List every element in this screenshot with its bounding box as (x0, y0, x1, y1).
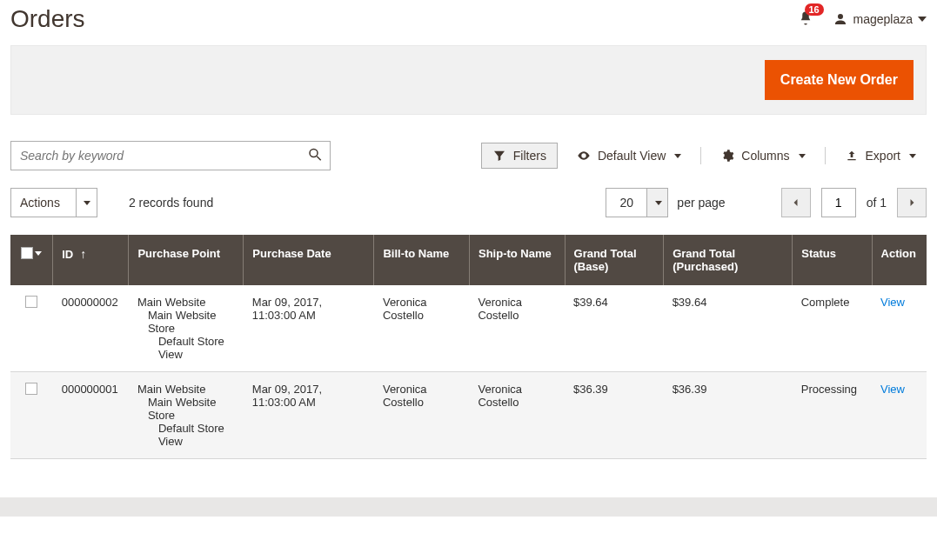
per-page-value[interactable]: 20 (606, 188, 647, 217)
page-of-label: of 1 (867, 196, 887, 210)
eye-icon (577, 149, 591, 163)
cell-status: Complete (793, 285, 872, 372)
view-link[interactable]: View (880, 383, 905, 396)
header-bill-to[interactable]: Bill-to Name (374, 235, 470, 285)
svg-line-1 (317, 157, 321, 161)
cell-id: 000000001 (53, 372, 129, 459)
user-menu[interactable]: mageplaza (833, 11, 927, 27)
prev-page-button[interactable] (781, 188, 811, 217)
gear-icon (720, 149, 734, 163)
cell-ship-to: Veronica Costello (469, 285, 565, 372)
header-purchase-point[interactable]: Purchase Point (129, 235, 244, 285)
header-grand-total-purchased[interactable]: Grand Total (Purchased) (664, 235, 793, 285)
records-found-label: 2 records found (129, 196, 213, 210)
cell-ship-to: Veronica Costello (469, 372, 565, 459)
page-title: Orders (10, 5, 85, 33)
row-checkbox[interactable] (25, 296, 37, 308)
row-checkbox[interactable] (25, 383, 37, 395)
cell-bill-to: Veronica Costello (374, 372, 470, 459)
chevron-down-icon (918, 17, 927, 22)
cell-grand-total-purchased: $36.39 (664, 372, 793, 459)
svg-point-0 (310, 150, 318, 157)
separator (700, 147, 701, 164)
columns-label: Columns (741, 149, 789, 163)
cell-grand-total-base: $39.64 (565, 285, 664, 372)
username-label: mageplaza (853, 12, 914, 26)
view-link[interactable]: View (880, 296, 905, 309)
user-icon (833, 11, 848, 27)
action-bar: Create New Order (10, 45, 927, 115)
per-page-caret[interactable] (647, 188, 668, 217)
cell-grand-total-purchased: $39.64 (664, 285, 793, 372)
chevron-down-icon (909, 154, 916, 158)
page-number-input[interactable] (821, 188, 856, 217)
actions-caret (77, 188, 97, 217)
chevron-right-icon (907, 197, 917, 208)
export-label: Export (866, 149, 900, 163)
header-status[interactable]: Status (793, 235, 872, 285)
notification-count-badge: 16 (805, 3, 824, 16)
header-id-label: ID (62, 248, 73, 261)
cell-purchase-point: Main WebsiteMain Website StoreDefault St… (129, 285, 244, 372)
search-icon[interactable] (307, 147, 323, 165)
next-page-button[interactable] (897, 188, 927, 217)
filters-label: Filters (513, 149, 546, 163)
chevron-down-icon (674, 154, 681, 158)
cell-status: Processing (793, 372, 872, 459)
orders-table: ID↑ Purchase Point Purchase Date Bill-to… (10, 235, 927, 459)
chevron-left-icon (791, 197, 801, 208)
columns-button[interactable]: Columns (710, 143, 815, 168)
chevron-down-icon (799, 154, 806, 158)
header-purchase-date[interactable]: Purchase Date (244, 235, 374, 285)
default-view-label: Default View (598, 149, 666, 163)
footer-bar (0, 497, 937, 517)
export-button[interactable]: Export (834, 143, 927, 168)
separator (825, 147, 826, 164)
actions-label: Actions (10, 188, 77, 217)
filters-button[interactable]: Filters (481, 143, 558, 169)
chevron-down-icon (35, 251, 42, 256)
cell-purchase-date: Mar 09, 2017, 11:03:00 AM (244, 372, 374, 459)
funnel-icon (492, 149, 506, 163)
default-view-button[interactable]: Default View (566, 143, 692, 168)
header-id[interactable]: ID↑ (53, 235, 129, 285)
cell-purchase-point: Main WebsiteMain Website StoreDefault St… (129, 372, 244, 459)
cell-purchase-date: Mar 09, 2017, 11:03:00 AM (244, 285, 374, 372)
sort-ascending-icon: ↑ (80, 247, 86, 261)
per-page-label: per page (677, 196, 725, 210)
search-field-wrap (10, 141, 331, 170)
header-action[interactable]: Action (872, 235, 927, 285)
header-select-all[interactable] (10, 235, 53, 285)
table-row[interactable]: 000000002Main WebsiteMain Website StoreD… (10, 285, 927, 372)
header-grand-total-base[interactable]: Grand Total (Base) (565, 235, 664, 285)
header-ship-to[interactable]: Ship-to Name (469, 235, 565, 285)
search-input[interactable] (11, 142, 330, 170)
notifications-button[interactable]: 16 (798, 10, 813, 29)
export-icon (845, 149, 859, 163)
table-row[interactable]: 000000001Main WebsiteMain Website StoreD… (10, 372, 927, 459)
cell-bill-to: Veronica Costello (374, 285, 470, 372)
create-new-order-button[interactable]: Create New Order (765, 60, 914, 100)
actions-dropdown[interactable]: Actions (10, 188, 97, 217)
cell-grand-total-base: $36.39 (565, 372, 664, 459)
cell-id: 000000002 (53, 285, 129, 372)
